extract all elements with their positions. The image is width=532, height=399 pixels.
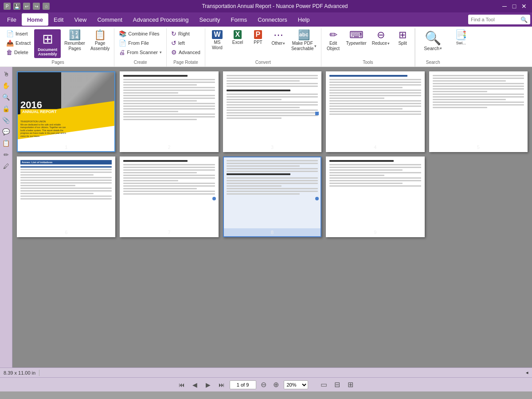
page-thumb-3[interactable]: 3 [223,71,321,152]
page-input[interactable] [230,380,256,389]
zoom-out-button[interactable]: ⊖ [259,380,269,390]
page-thumb-6[interactable]: Annex: List of initiatives [17,156,115,237]
split-icon: ⊞ [399,30,407,40]
other-button[interactable]: ⋯ Other ▾ [269,29,288,47]
menu-view[interactable]: View [69,13,92,26]
next-page-button[interactable]: ▶ [203,379,214,390]
sidebar-edit-tool[interactable]: ✏ [1,149,12,160]
cover-subtitle: TRANSPORTION UNIONWe are dedicated to th… [20,120,66,137]
sidebar-cursor-tool[interactable]: 🖱 [1,69,12,79]
page-thumb-1[interactable]: 2016 ANNUAL REPORT TRANSPORTION UNIONWe … [17,71,115,152]
ms-word-button[interactable]: W MSWord [208,29,227,51]
ribbon-group-tools: ✏ EditObject ⌨ Typewriter ⊖ Reduce ▾ ⊞ S [321,28,415,66]
insert-icon: 📄 [6,30,14,37]
page-thumb-5[interactable]: 5 [429,71,528,152]
continuous-view-button[interactable]: ⊞ [345,379,356,390]
sidebar-attachment-tool[interactable]: 📎 [1,115,12,125]
menu-file[interactable]: File [2,13,22,26]
swipe-icon: 📑 [455,30,467,40]
ppt-button[interactable]: P PPT [249,29,267,46]
find-tool-box[interactable]: 🔍 [468,15,530,24]
menu-connectors[interactable]: Connectors [252,13,292,26]
rotate-left-button[interactable]: ↺ left [169,39,202,47]
minimize-button[interactable]: ─ [500,2,509,11]
renumber-pages-button[interactable]: 🔢 RenumberPages [63,29,87,52]
page-thumb-4[interactable]: 4 [326,71,424,152]
titlebar-icons: P 💾 ↩ ↪ ☆ [4,3,50,10]
maximize-button[interactable]: □ [510,2,519,11]
menu-edit[interactable]: Edit [48,13,69,26]
sidebar-draw-tool[interactable]: 🖊 [1,161,12,172]
sidebar-pages-tool[interactable]: 📋 [1,138,12,149]
sidebar-zoom-tool[interactable]: 🔍 [1,92,12,102]
word-icon: W [212,30,222,39]
from-scanner-icon: 🖨 [119,49,125,56]
menu-comment[interactable]: Comment [92,13,127,26]
combine-files-button[interactable]: 📚 Combine Files [117,29,164,38]
zoom-select[interactable]: 10% 15% 20% 25% 50% 75% 100% [284,380,308,389]
page-3-text [224,72,321,143]
page-assembly-button[interactable]: 📋 PageAssembly [89,29,111,52]
page-thumb-8[interactable]: 8 [223,156,321,237]
status-separator [39,370,39,376]
ribbon-group-page-rotate: ↻ Right ↺ left ⚙ Advanced Page Rotate [167,28,205,66]
search-group-label: Search [417,59,449,66]
cover-annual-report: ANNUAL REPORT [20,109,59,114]
sidebar-hand-tool[interactable]: ✋ [1,80,12,91]
page-6-text: Annex: List of initiatives [18,157,114,228]
two-page-view-button[interactable]: ⊟ [332,379,343,390]
typewriter-button[interactable]: ⌨ Typewriter [344,29,368,47]
page-3-content [224,72,321,143]
reduce-arrow: ▾ [387,41,390,46]
single-page-view-button[interactable]: ▭ [319,379,329,390]
search-label: Search [424,46,439,51]
redo-icon[interactable]: ↪ [33,3,40,10]
close-button[interactable]: ✕ [520,2,528,11]
advanced-rotate-button[interactable]: ⚙ Advanced [169,48,202,57]
prev-page-button[interactable]: ◀ [190,379,200,390]
find-tool-input[interactable] [471,17,519,22]
other-label: Other [271,41,282,46]
extract-button[interactable]: 📤 Extract [4,39,32,47]
main-content[interactable]: 2016 ANNUAL REPORT TRANSPORTION UNIONWe … [12,67,532,368]
page-6-heading: Annex: List of initiatives [20,160,112,164]
first-page-button[interactable]: ⏮ [176,379,187,390]
convert-group-label: Convert [208,59,318,66]
page-rotate-content: ↻ Right ↺ left ⚙ Advanced [169,29,202,59]
ribbon-group-search: 🔍 Search ▾ Search [415,28,450,66]
excel-label: Excel [232,40,243,45]
edit-object-button[interactable]: ✏ EditObject [324,29,343,52]
from-file-button[interactable]: 📄 From File [117,39,164,47]
edit-object-label: EditObject [327,41,340,51]
page-4-number: 4 [327,143,423,151]
page-thumb-9[interactable]: 9 [326,156,424,237]
document-assembly-button[interactable]: ⊞ DocumentAssembly [34,29,61,58]
page-thumb-7[interactable]: 7 [120,156,218,237]
status-bar: 8.39 x 11.00 in ◂ [0,368,532,377]
page-thumb-2[interactable]: 2 [120,71,218,152]
zoom-in-button[interactable]: ⊕ [271,380,281,390]
excel-button[interactable]: X Excel [228,29,247,46]
last-page-button[interactable]: ⏭ [216,379,227,390]
menu-advanced-processing[interactable]: Advanced Processing [128,13,194,26]
split-button[interactable]: ⊞ Split [393,29,412,47]
pages-group-label: Pages [4,59,111,66]
customize-icon[interactable]: ☆ [43,3,50,10]
sidebar-comment-tool[interactable]: 💬 [1,126,12,137]
rotate-right-button[interactable]: ↻ Right [169,29,202,38]
menu-bar: File Home Edit View Comment Advanced Pro… [0,12,532,27]
reduce-button[interactable]: ⊖ Reduce ▾ [370,29,391,47]
insert-button[interactable]: 📄 Insert [4,29,32,38]
menu-security[interactable]: Security [194,13,226,26]
swipe-paper-button[interactable]: 📑 Swi... [453,29,469,47]
menu-forms[interactable]: Forms [226,13,253,26]
undo-icon[interactable]: ↩ [23,3,30,10]
menu-home[interactable]: Home [22,13,48,26]
menu-help[interactable]: Help [293,13,315,26]
make-pdf-searchable-button[interactable]: 🔤 Make PDFSearchable ▾ [289,29,318,52]
search-big-button[interactable]: 🔍 Search ▾ [421,29,445,52]
from-scanner-button[interactable]: 🖨 From Scanner ▾ [117,48,164,57]
delete-button[interactable]: 🗑 Delete [4,48,32,57]
save-icon[interactable]: 💾 [13,3,20,10]
sidebar-lock-tool[interactable]: 🔒 [1,103,12,114]
